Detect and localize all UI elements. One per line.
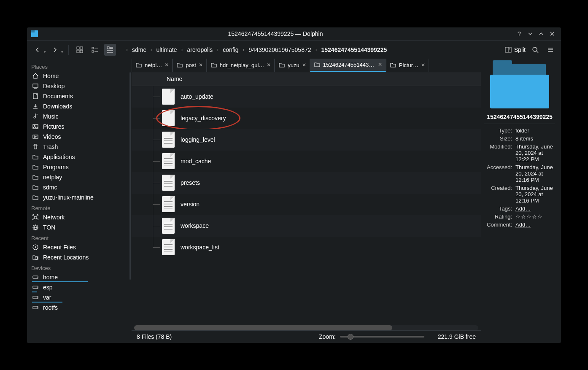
details-view-button[interactable] bbox=[104, 44, 116, 56]
clock-icon bbox=[32, 244, 39, 251]
sidebar-header: Places bbox=[27, 61, 128, 71]
tab-bar: netpl… ✕ post ✕ hdr_netplay_gui… ✕ yuzu … bbox=[132, 59, 481, 72]
info-comment-add[interactable]: Add… bbox=[515, 221, 555, 228]
tab-close-button[interactable]: ✕ bbox=[421, 62, 425, 68]
tab-5[interactable]: Pictur… ✕ bbox=[386, 59, 429, 72]
sidebar-item-home[interactable]: Home bbox=[27, 71, 128, 81]
tab-3[interactable]: yuzu ✕ bbox=[275, 59, 310, 72]
crumb[interactable]: 9443902061967505872 bbox=[246, 46, 314, 54]
file-row[interactable]: auto_update bbox=[132, 86, 481, 108]
zoom-slider[interactable] bbox=[340, 336, 424, 338]
drive-icon bbox=[32, 284, 39, 291]
horizontal-scrollbar[interactable] bbox=[134, 325, 478, 330]
hamburger-menu-button[interactable] bbox=[545, 44, 556, 55]
globe-icon bbox=[32, 224, 39, 231]
split-icon bbox=[505, 46, 512, 53]
info-accessed-key: Accessed: bbox=[484, 164, 512, 183]
trash-icon bbox=[32, 143, 39, 150]
icons-view-button[interactable] bbox=[74, 44, 86, 56]
sidebar-item-sdmc[interactable]: sdmc bbox=[27, 182, 128, 192]
file-row[interactable]: mod_cache bbox=[132, 151, 481, 172]
sidebar-item-downloads[interactable]: Downloads bbox=[27, 101, 128, 111]
sidebar-item-pictures[interactable]: Pictures bbox=[27, 122, 128, 132]
sidebar-item-desktop[interactable]: Desktop bbox=[27, 81, 128, 91]
maximize-button[interactable] bbox=[537, 29, 546, 38]
sidebar-item-label: Downloads bbox=[43, 103, 72, 110]
folder-icon bbox=[210, 62, 217, 68]
tree-line bbox=[140, 237, 162, 258]
tab-0[interactable]: netpl… ✕ bbox=[132, 59, 173, 72]
forward-button[interactable] bbox=[49, 44, 60, 55]
sidebar-item-network[interactable]: Network bbox=[27, 212, 128, 222]
back-history-icon[interactable]: ▾ bbox=[44, 50, 46, 54]
sidebar-item-label: rootfs bbox=[43, 304, 58, 311]
column-name[interactable]: Name bbox=[163, 76, 481, 82]
file-name: legacy_discovery bbox=[181, 115, 226, 122]
sidebar-item-label: home bbox=[43, 274, 58, 281]
sidebar-item-documents[interactable]: Documents bbox=[27, 91, 128, 101]
file-icon bbox=[162, 89, 175, 105]
svg-rect-25 bbox=[33, 124, 38, 129]
file-icon bbox=[162, 239, 175, 255]
crumb[interactable]: config bbox=[220, 46, 241, 54]
file-row[interactable]: presets bbox=[132, 172, 481, 194]
tab-1[interactable]: post ✕ bbox=[173, 59, 207, 72]
file-row[interactable]: workspace bbox=[132, 215, 481, 237]
sidebar-item-ton[interactable]: TON bbox=[27, 222, 128, 232]
compact-view-button[interactable] bbox=[89, 44, 101, 56]
file-row[interactable]: workspace_list bbox=[132, 237, 481, 258]
crumb[interactable]: sdmc bbox=[129, 46, 148, 54]
crumb[interactable]: arcropolis bbox=[184, 46, 215, 54]
split-button[interactable]: Split bbox=[505, 46, 526, 53]
zoom-knob[interactable] bbox=[348, 334, 353, 340]
file-list[interactable]: auto_update legacy_discovery logging_lev… bbox=[132, 86, 481, 325]
tab-close-button[interactable]: ✕ bbox=[378, 62, 382, 68]
crumb[interactable]: ultimate bbox=[154, 46, 179, 54]
sidebar-item-label: Music bbox=[43, 113, 59, 120]
column-header[interactable]: Name bbox=[132, 72, 481, 86]
sidebar-item-applications[interactable]: Applications bbox=[27, 152, 128, 162]
tab-2[interactable]: hdr_netplay_gui… ✕ bbox=[207, 59, 275, 72]
minimize-button[interactable] bbox=[526, 29, 535, 38]
network-icon bbox=[32, 214, 39, 221]
places-sidebar[interactable]: Places Home Desktop Documents Downloads … bbox=[27, 59, 128, 343]
info-type-value: folder bbox=[515, 127, 555, 134]
info-tags-add[interactable]: Add… bbox=[515, 205, 555, 212]
sidebar-item-trash[interactable]: Trash bbox=[27, 142, 128, 152]
tab-label: post bbox=[186, 62, 196, 68]
crumb-current[interactable]: 15246247455144399225 bbox=[318, 46, 389, 54]
svg-rect-22 bbox=[33, 84, 38, 87]
chevron-right-icon: › bbox=[150, 47, 152, 53]
sidebar-item-music[interactable]: Music bbox=[27, 111, 128, 122]
close-button[interactable] bbox=[548, 29, 557, 38]
back-button[interactable] bbox=[32, 44, 43, 55]
sidebar-item-yuzu-linux-mainline[interactable]: yuzu-linux-mainline bbox=[27, 192, 128, 203]
sidebar-item-videos[interactable]: Videos bbox=[27, 132, 128, 142]
breadcrumb[interactable]: › sdmc › ultimate › arcropolis › config … bbox=[119, 46, 496, 54]
sidebar-item-esp[interactable]: esp bbox=[27, 282, 128, 292]
file-row[interactable]: logging_level bbox=[132, 129, 481, 151]
scrollbar-thumb[interactable] bbox=[134, 325, 392, 330]
sidebar-item-home[interactable]: home bbox=[27, 272, 128, 282]
info-rating-stars[interactable]: ☆☆☆☆☆ bbox=[515, 213, 555, 220]
tab-close-button[interactable]: ✕ bbox=[267, 62, 271, 68]
sidebar-item-var[interactable]: var bbox=[27, 292, 128, 302]
svg-point-39 bbox=[37, 287, 38, 288]
tab-close-button[interactable]: ✕ bbox=[165, 62, 169, 68]
file-row[interactable]: legacy_discovery bbox=[132, 108, 481, 129]
tab-close-button[interactable]: ✕ bbox=[199, 62, 203, 68]
svg-rect-2 bbox=[77, 50, 79, 53]
sidebar-item-recent-locations[interactable]: Recent Locations bbox=[27, 252, 128, 262]
file-row[interactable]: version bbox=[132, 194, 481, 215]
sidebar-item-rootfs[interactable]: rootfs bbox=[27, 302, 128, 313]
tab-4[interactable]: 152462474551443992… ✕ bbox=[310, 59, 386, 72]
sidebar-item-netplay[interactable]: netplay bbox=[27, 172, 128, 182]
file-name: presets bbox=[181, 179, 200, 186]
sidebar-resizer[interactable] bbox=[128, 59, 132, 343]
help-button[interactable]: ? bbox=[515, 29, 524, 38]
sidebar-item-recent-files[interactable]: Recent Files bbox=[27, 242, 128, 252]
forward-history-icon[interactable]: ▾ bbox=[61, 50, 63, 54]
search-button[interactable] bbox=[530, 44, 541, 55]
tab-close-button[interactable]: ✕ bbox=[302, 62, 306, 68]
sidebar-item-programs[interactable]: Programs bbox=[27, 162, 128, 172]
